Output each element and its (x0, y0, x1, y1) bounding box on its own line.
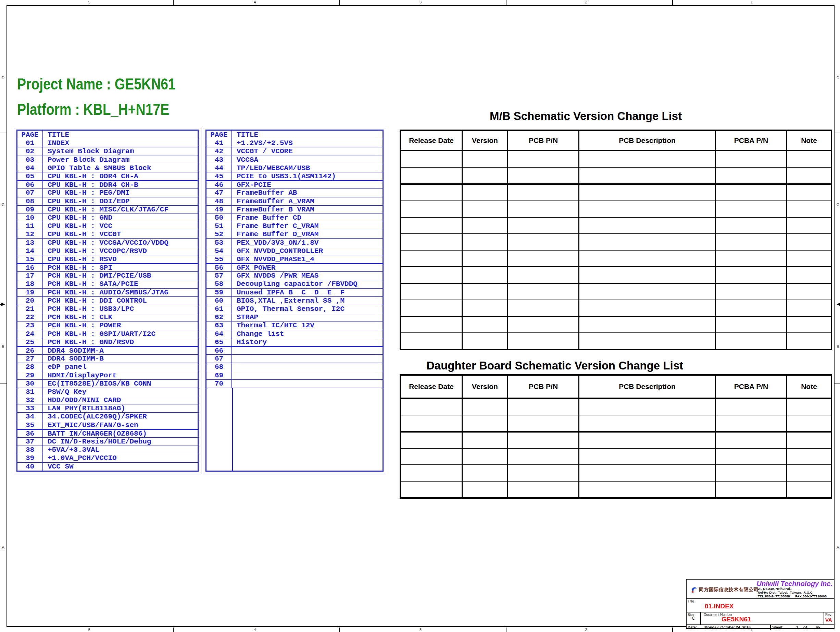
zone-label: 4 (172, 627, 338, 632)
index-row: 47 FrameBuffer AB (207, 188, 382, 197)
index-row-title: VCC SW (43, 463, 197, 470)
index-row: 48 FrameBuffer A_VRAM (207, 197, 382, 205)
index-row: 57 GFX NVDDS /PWR MEAS (207, 271, 382, 280)
index-row-title: GFX POWER (232, 264, 382, 271)
empty-cell (787, 168, 831, 183)
index-row-page: 16 (17, 264, 43, 271)
empty-cell (787, 250, 831, 266)
empty-table-row (401, 183, 831, 201)
index-row-page: 69 (207, 371, 232, 379)
index-row: 25 PCH KBL-H : GND/RSVD (17, 338, 197, 346)
zone-tick (672, 0, 673, 5)
empty-cell (579, 317, 716, 333)
company-logo-icon (691, 586, 698, 593)
zone-label: C (835, 203, 840, 207)
index-row-page: 18 (17, 280, 43, 288)
empty-cell (787, 284, 831, 299)
border-ruler-top: 54321 (6, 0, 835, 5)
index-row-page: 44 (207, 164, 232, 172)
empty-cell (579, 168, 716, 183)
empty-cell (463, 415, 508, 431)
index-row-title: PCH KBL-H : AUDIO/SMBUS/JTAG (43, 288, 197, 296)
index-row: 06 CPU KBL-H : DDR4 CH-B (17, 180, 197, 188)
divider (770, 625, 771, 630)
index-row: 14 CPU KBL-H : VCCOPC/RSVD (17, 247, 197, 255)
index-row-title: GFX NVVDD_CONTROLLER (232, 247, 382, 255)
empty-cell (579, 449, 716, 464)
sheet-number: 1 (796, 625, 798, 630)
empty-cell (508, 185, 579, 201)
center-arrow-shaft (0, 304, 3, 305)
empty-table-row (401, 201, 831, 217)
index-row-title: CPU KBL-H : VCC (43, 222, 197, 230)
index-row-page: 38 (17, 446, 43, 454)
empty-cell (716, 185, 787, 201)
index-row-page: 09 (17, 206, 43, 214)
index-row: 26 DDR4 SODIMM-A (17, 346, 197, 355)
index-row-title: BIOS,XTAL ,External SS ,M (232, 297, 382, 305)
index-row-page: 55 (207, 255, 232, 263)
empty-cell (579, 333, 716, 349)
index-row-title: DDR4 SODIMM-A (43, 347, 197, 355)
empty-cell (716, 218, 787, 233)
empty-cell (716, 284, 787, 299)
index-row-title: INDEX (43, 139, 197, 147)
index-row-title: DDR4 SODIMM-B (43, 355, 197, 363)
empty-cell (401, 284, 463, 299)
empty-cell (401, 218, 463, 233)
index-row-page: 68 (207, 363, 232, 371)
index-row-page: 24 (17, 330, 43, 338)
company-address-line1: 2F, No.240, Neihu Rd., (758, 587, 792, 591)
index-row-page: 12 (17, 230, 43, 238)
sheet-title-value: 01.INDEX (705, 602, 734, 610)
index-row: 07 CPU KBL-H : PEG/DMI (17, 188, 197, 197)
index-row: 16 PCH KBL-H : SPI (17, 263, 197, 271)
index-row: 03 Power Block Diagram (17, 155, 197, 164)
column-header-pcba-pn: PCBA P/N (716, 375, 787, 398)
index-table-header-row: PAGE TITLE (17, 131, 197, 139)
index-row: 60 BIOS,XTAL ,External SS ,M (207, 296, 382, 305)
empty-cell (716, 482, 787, 497)
index-row-page: 64 (207, 330, 232, 338)
empty-cell (401, 465, 463, 481)
index-row: 05 CPU KBL-H : DDR4 CH-A (17, 172, 197, 180)
column-header-version: Version (463, 131, 508, 150)
empty-cell (787, 218, 831, 233)
zone-tick (672, 627, 673, 632)
index-row-title: CPU KBL-H : VCCGT (43, 230, 197, 238)
empty-table-row (401, 233, 831, 250)
empty-cell (463, 432, 508, 448)
empty-cell (508, 201, 579, 217)
column-header-release-date: Release Date (401, 131, 463, 150)
index-row: 21 PCH KBL-H : USB3/LPC (17, 305, 197, 313)
index-row-page: 58 (207, 280, 232, 288)
empty-cell (579, 201, 716, 217)
db-change-list-table: Release Date Version PCB P/N PCB Descrip… (399, 374, 832, 499)
zone-label: 1 (669, 0, 835, 5)
index-row-page: 42 (207, 147, 232, 155)
index-row-page: 39 (17, 454, 43, 462)
empty-cell (787, 185, 831, 201)
empty-cell (401, 333, 463, 349)
index-row-page: 01 (17, 139, 43, 147)
empty-cell (401, 250, 463, 266)
date-label: Date: (688, 625, 697, 630)
index-row-page: 20 (17, 297, 43, 305)
index-row: 32 HDD/ODD/MINI CARD (17, 396, 197, 404)
index-row: 50 Frame Buffer CD (207, 214, 382, 222)
column-header-pcba-pn: PCBA P/N (716, 131, 787, 150)
index-row-title: +1.2VS/+2.5VS (232, 139, 382, 147)
empty-cell (508, 168, 579, 183)
index-row-title: VCCSA (232, 156, 382, 164)
index-row: 55 GFX NVVDD_PHASE1_4 (207, 255, 382, 263)
index-row-page: 04 (17, 164, 43, 172)
empty-cell (401, 201, 463, 217)
title-label: Title (688, 599, 694, 603)
index-row-page: 57 (207, 272, 232, 280)
index-row: 41 +1.2VS/+2.5VS (207, 139, 382, 147)
column-header-pcb-pn: PCB P/N (508, 375, 579, 398)
index-row: 44 TP/LED/WEBCAM/USB (207, 164, 382, 172)
page-column-header: PAGE (17, 131, 43, 139)
index-row-page: 43 (207, 156, 232, 164)
index-row-title: CPU KBL-H : MISC/CLK/JTAG/CF (43, 206, 197, 214)
